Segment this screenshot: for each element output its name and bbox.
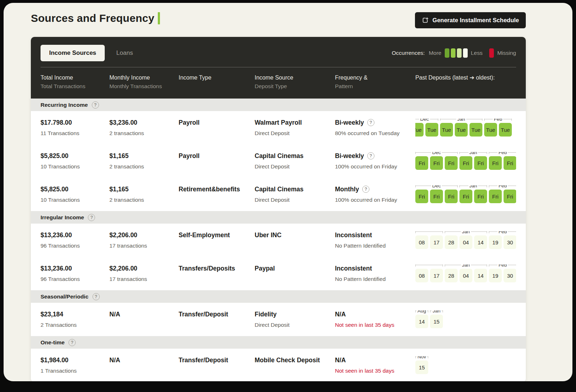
- section-header: Recurring Income?: [31, 99, 526, 111]
- deposit-day-box: Fri: [489, 190, 502, 203]
- past-deposits-cell: DecFriFriFriJanFriFriFebFriFri: [415, 185, 516, 203]
- monthly-transactions: 2 transactions: [109, 130, 179, 137]
- deposit-day-box: Fri: [504, 156, 516, 170]
- timeline-month-bracket: Feb: [489, 231, 516, 235]
- income-type-cell: Transfer/Deposit: [179, 356, 255, 364]
- timeline-month-group: DecFriFriFri: [415, 185, 458, 203]
- timeline-day-boxes: TueTue: [415, 123, 438, 137]
- monthly-income-value: $2,206.00: [109, 231, 179, 239]
- deposit-day-box: Tue: [484, 123, 497, 137]
- monthly-income-value: $1,165: [109, 152, 179, 160]
- monthly-income-cell: $2,206.0017 transactions: [109, 231, 179, 249]
- occurrence-scale-swatches: [445, 48, 468, 58]
- deposit-day-box: Tue: [499, 123, 512, 137]
- deposit-day-box: 15: [430, 315, 443, 328]
- timeline-day-boxes: TueTue: [484, 123, 512, 137]
- timeline-month-group: 0817: [415, 264, 443, 282]
- income-source-cell: Paypal: [255, 264, 335, 272]
- timeline-month-bracket: Jan: [445, 231, 487, 235]
- tab-income-sources[interactable]: Income Sources: [41, 45, 105, 61]
- total-income-cell: $5,825.0010 Transactions: [41, 152, 109, 170]
- monthly-transactions: 17 transactions: [109, 276, 179, 283]
- deposit-timeline: Nov15: [415, 356, 516, 374]
- timeline-month-group: JanFriFri: [459, 185, 487, 203]
- deposit-timeline: DecFriFriFriJanFriFriFebFriFri: [415, 152, 516, 170]
- timeline-month-label: Feb: [497, 264, 508, 268]
- timeline-month-bracket: Jan: [445, 264, 487, 269]
- frequency-help-icon[interactable]: ?: [367, 119, 374, 126]
- timeline-day-boxes: 15: [430, 315, 443, 328]
- deposit-day-box: Fri: [430, 156, 443, 170]
- income-table-body: Recurring Income?$17.798.0011 Transactio…: [31, 99, 526, 381]
- monthly-income-cell: N/A: [109, 310, 179, 318]
- occurrences-legend: Occurrences:MoreLessMissing: [392, 48, 516, 58]
- income-type-value: Transfer/Deposit: [179, 310, 255, 318]
- deposit-day-box: Tue: [455, 123, 468, 137]
- section-help-icon[interactable]: ?: [88, 214, 95, 221]
- income-type-value: Self-Employment: [179, 231, 255, 239]
- section-help-icon[interactable]: ?: [93, 293, 100, 300]
- deposit-day-box: 17: [430, 269, 443, 282]
- frequency-help-icon[interactable]: ?: [362, 186, 369, 193]
- monthly-income-cell: N/A: [109, 356, 179, 364]
- deposit-timeline: DecTueTueJanTueTueTueFebTueTue: [415, 119, 516, 137]
- frequency-cell: Monthly?100% occurred on Friday: [335, 185, 415, 204]
- deposit-day-box: 04: [459, 269, 472, 282]
- deposit-day-box: 28: [445, 269, 458, 282]
- column-header: Income Type: [179, 74, 255, 90]
- total-transactions: 11 Transactions: [41, 130, 109, 137]
- column-header: Past Deposits (latest ➔ oldest):: [415, 74, 516, 90]
- pattern-text: 80% occurred on Tuesday: [335, 130, 415, 137]
- deposit-day-box: 30: [504, 269, 516, 282]
- generate-installment-schedule-button[interactable]: Generate Installment Schedule: [415, 12, 526, 28]
- income-row: $13,236.0096 Transactions$2,206.0017 tra…: [31, 224, 526, 257]
- timeline-month-bracket: Nov: [415, 356, 428, 360]
- deposit-day-box: Fri: [459, 156, 472, 170]
- pattern-text: No Pattern Identified: [335, 242, 415, 249]
- monthly-income-value: N/A: [109, 356, 179, 364]
- timeline-day-boxes: 1930: [489, 269, 516, 282]
- deposit-day-box: Fri: [445, 156, 458, 170]
- total-income-value: $13,236.00: [41, 231, 109, 239]
- tab-loans[interactable]: Loans: [108, 45, 141, 61]
- deposit-day-box: Tue: [440, 123, 453, 137]
- deposit-day-box: Fri: [504, 190, 516, 203]
- deposit-day-box: Fri: [430, 190, 443, 203]
- past-deposits-cell: 0817Jan280414Feb1930: [415, 264, 516, 282]
- total-transactions: 96 Transactions: [41, 242, 109, 249]
- export-plus-icon: [422, 17, 429, 24]
- income-type-value: Payroll: [179, 119, 255, 126]
- timeline-month-label: Jan: [461, 231, 471, 234]
- timeline-month-label: Feb: [497, 231, 508, 234]
- income-row: $5,825.0010 Transactions$1,1652 transact…: [31, 178, 526, 211]
- past-deposits-cell: Nov15: [415, 356, 516, 374]
- deposit-day-box: 17: [430, 235, 443, 249]
- past-deposits-cell: DecTueTueJanTueTueTueFebTueTue: [415, 119, 516, 137]
- timeline-month-label: Dec: [431, 185, 442, 188]
- timeline-month-group: FebFriFri: [489, 185, 516, 203]
- total-income-value: $5,825.00: [41, 185, 109, 193]
- total-income-cell: $5,825.0010 Transactions: [41, 185, 109, 204]
- deposit-type: Direct Deposit: [255, 130, 335, 137]
- timeline-day-boxes: 0817: [415, 269, 443, 282]
- frequency-value: Monthly?: [335, 185, 415, 193]
- tab-group: Income SourcesLoans: [41, 45, 142, 61]
- deposit-day-box: Fri: [415, 190, 428, 203]
- timeline-day-boxes: 1930: [489, 235, 516, 249]
- timeline-day-boxes: TueTueTue: [440, 123, 482, 137]
- income-source-cell: Capital CinemasDirect Deposit: [255, 185, 335, 204]
- timeline-month-group: Feb1930: [489, 264, 516, 282]
- section-help-icon[interactable]: ?: [92, 101, 99, 109]
- deposit-timeline: DecFriFriFriJanFriFriFebFriFri: [415, 185, 516, 203]
- scale-swatch: [457, 48, 462, 58]
- timeline-month-bracket: Jan: [459, 185, 487, 190]
- section-help-icon[interactable]: ?: [69, 339, 76, 346]
- total-transactions: 2 Transactions: [41, 321, 109, 329]
- timeline-day-boxes: 0817: [415, 235, 443, 249]
- deposit-day-box: 19: [489, 235, 502, 249]
- tabs-row: Income SourcesLoans Occurrences:MoreLess…: [31, 45, 526, 61]
- income-source-value: Paypal: [255, 264, 335, 272]
- deposit-timeline: Aug14Jan15: [415, 310, 516, 328]
- timeline-month-label: Jan: [456, 119, 466, 122]
- frequency-help-icon[interactable]: ?: [367, 152, 374, 159]
